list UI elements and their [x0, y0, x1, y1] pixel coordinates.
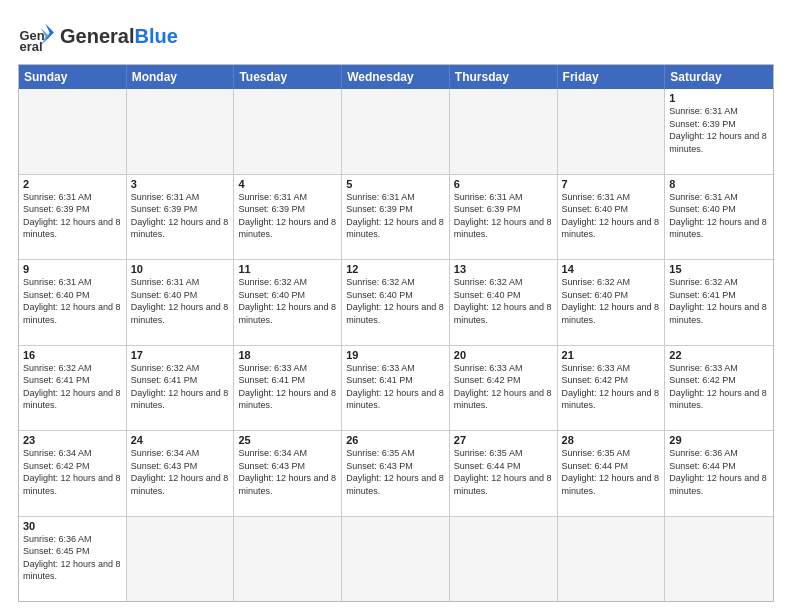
day-number: 17: [131, 349, 230, 361]
calendar-cell-11: 11Sunrise: 6:32 AMSunset: 6:40 PMDayligh…: [234, 260, 342, 345]
calendar-cell-4: 4Sunrise: 6:31 AMSunset: 6:39 PMDaylight…: [234, 175, 342, 260]
calendar-cell-9: 9Sunrise: 6:31 AMSunset: 6:40 PMDaylight…: [19, 260, 127, 345]
sun-info: Sunrise: 6:33 AMSunset: 6:41 PMDaylight:…: [346, 362, 445, 412]
day-number: 15: [669, 263, 769, 275]
sun-info: Sunrise: 6:32 AMSunset: 6:41 PMDaylight:…: [23, 362, 122, 412]
calendar-cell-29: 29Sunrise: 6:36 AMSunset: 6:44 PMDayligh…: [665, 431, 773, 516]
calendar-cell-28: 28Sunrise: 6:35 AMSunset: 6:44 PMDayligh…: [558, 431, 666, 516]
day-number: 14: [562, 263, 661, 275]
calendar-row-3: 16Sunrise: 6:32 AMSunset: 6:41 PMDayligh…: [19, 345, 773, 431]
day-number: 4: [238, 178, 337, 190]
day-number: 12: [346, 263, 445, 275]
calendar-cell-3: 3Sunrise: 6:31 AMSunset: 6:39 PMDaylight…: [127, 175, 235, 260]
day-number: 1: [669, 92, 769, 104]
day-number: 6: [454, 178, 553, 190]
day-number: 18: [238, 349, 337, 361]
calendar-cell-empty-0-0: [19, 89, 127, 174]
calendar-header-row: SundayMondayTuesdayWednesdayThursdayFrid…: [19, 65, 773, 89]
calendar-cell-6: 6Sunrise: 6:31 AMSunset: 6:39 PMDaylight…: [450, 175, 558, 260]
day-number: 13: [454, 263, 553, 275]
day-number: 16: [23, 349, 122, 361]
calendar-cell-empty-5-4: [450, 517, 558, 602]
calendar-cell-16: 16Sunrise: 6:32 AMSunset: 6:41 PMDayligh…: [19, 346, 127, 431]
calendar-cell-empty-5-1: [127, 517, 235, 602]
day-number: 24: [131, 434, 230, 446]
sun-info: Sunrise: 6:31 AMSunset: 6:40 PMDaylight:…: [562, 191, 661, 241]
day-number: 2: [23, 178, 122, 190]
day-number: 3: [131, 178, 230, 190]
header-cell-monday: Monday: [127, 65, 235, 89]
calendar-cell-22: 22Sunrise: 6:33 AMSunset: 6:42 PMDayligh…: [665, 346, 773, 431]
calendar-cell-empty-5-5: [558, 517, 666, 602]
calendar-row-0: 1Sunrise: 6:31 AMSunset: 6:39 PMDaylight…: [19, 89, 773, 174]
calendar-cell-17: 17Sunrise: 6:32 AMSunset: 6:41 PMDayligh…: [127, 346, 235, 431]
day-number: 9: [23, 263, 122, 275]
sun-info: Sunrise: 6:31 AMSunset: 6:40 PMDaylight:…: [23, 276, 122, 326]
calendar-cell-10: 10Sunrise: 6:31 AMSunset: 6:40 PMDayligh…: [127, 260, 235, 345]
calendar-cell-15: 15Sunrise: 6:32 AMSunset: 6:41 PMDayligh…: [665, 260, 773, 345]
sun-info: Sunrise: 6:36 AMSunset: 6:45 PMDaylight:…: [23, 533, 122, 583]
calendar-cell-19: 19Sunrise: 6:33 AMSunset: 6:41 PMDayligh…: [342, 346, 450, 431]
sun-info: Sunrise: 6:34 AMSunset: 6:43 PMDaylight:…: [238, 447, 337, 497]
sun-info: Sunrise: 6:31 AMSunset: 6:39 PMDaylight:…: [238, 191, 337, 241]
calendar-cell-18: 18Sunrise: 6:33 AMSunset: 6:41 PMDayligh…: [234, 346, 342, 431]
sun-info: Sunrise: 6:35 AMSunset: 6:44 PMDaylight:…: [562, 447, 661, 497]
sun-info: Sunrise: 6:31 AMSunset: 6:40 PMDaylight:…: [669, 191, 769, 241]
calendar-body: 1Sunrise: 6:31 AMSunset: 6:39 PMDaylight…: [19, 89, 773, 601]
sun-info: Sunrise: 6:36 AMSunset: 6:44 PMDaylight:…: [669, 447, 769, 497]
sun-info: Sunrise: 6:32 AMSunset: 6:40 PMDaylight:…: [562, 276, 661, 326]
sun-info: Sunrise: 6:31 AMSunset: 6:39 PMDaylight:…: [131, 191, 230, 241]
calendar-cell-24: 24Sunrise: 6:34 AMSunset: 6:43 PMDayligh…: [127, 431, 235, 516]
calendar-row-4: 23Sunrise: 6:34 AMSunset: 6:42 PMDayligh…: [19, 430, 773, 516]
calendar-cell-14: 14Sunrise: 6:32 AMSunset: 6:40 PMDayligh…: [558, 260, 666, 345]
header-cell-friday: Friday: [558, 65, 666, 89]
calendar-cell-empty-0-5: [558, 89, 666, 174]
calendar-cell-empty-5-2: [234, 517, 342, 602]
day-number: 22: [669, 349, 769, 361]
sun-info: Sunrise: 6:33 AMSunset: 6:41 PMDaylight:…: [238, 362, 337, 412]
sun-info: Sunrise: 6:32 AMSunset: 6:40 PMDaylight:…: [238, 276, 337, 326]
calendar-cell-25: 25Sunrise: 6:34 AMSunset: 6:43 PMDayligh…: [234, 431, 342, 516]
day-number: 25: [238, 434, 337, 446]
sun-info: Sunrise: 6:33 AMSunset: 6:42 PMDaylight:…: [669, 362, 769, 412]
calendar-cell-20: 20Sunrise: 6:33 AMSunset: 6:42 PMDayligh…: [450, 346, 558, 431]
sun-info: Sunrise: 6:33 AMSunset: 6:42 PMDaylight:…: [454, 362, 553, 412]
sun-info: Sunrise: 6:31 AMSunset: 6:39 PMDaylight:…: [669, 105, 769, 155]
day-number: 19: [346, 349, 445, 361]
day-number: 28: [562, 434, 661, 446]
day-number: 20: [454, 349, 553, 361]
svg-text:eral: eral: [19, 39, 42, 54]
header-cell-sunday: Sunday: [19, 65, 127, 89]
calendar-cell-empty-0-4: [450, 89, 558, 174]
sun-info: Sunrise: 6:34 AMSunset: 6:43 PMDaylight:…: [131, 447, 230, 497]
day-number: 30: [23, 520, 122, 532]
logo-general: General: [60, 25, 134, 47]
calendar-cell-7: 7Sunrise: 6:31 AMSunset: 6:40 PMDaylight…: [558, 175, 666, 260]
calendar: SundayMondayTuesdayWednesdayThursdayFrid…: [18, 64, 774, 602]
day-number: 27: [454, 434, 553, 446]
calendar-cell-empty-5-3: [342, 517, 450, 602]
calendar-cell-8: 8Sunrise: 6:31 AMSunset: 6:40 PMDaylight…: [665, 175, 773, 260]
logo-blue: Blue: [134, 25, 177, 47]
calendar-cell-1: 1Sunrise: 6:31 AMSunset: 6:39 PMDaylight…: [665, 89, 773, 174]
header-cell-tuesday: Tuesday: [234, 65, 342, 89]
day-number: 23: [23, 434, 122, 446]
sun-info: Sunrise: 6:34 AMSunset: 6:42 PMDaylight:…: [23, 447, 122, 497]
logo-icon: Gen eral: [18, 18, 54, 54]
sun-info: Sunrise: 6:31 AMSunset: 6:39 PMDaylight:…: [454, 191, 553, 241]
day-number: 7: [562, 178, 661, 190]
sun-info: Sunrise: 6:32 AMSunset: 6:40 PMDaylight:…: [346, 276, 445, 326]
day-number: 5: [346, 178, 445, 190]
calendar-cell-empty-0-1: [127, 89, 235, 174]
sun-info: Sunrise: 6:31 AMSunset: 6:39 PMDaylight:…: [346, 191, 445, 241]
calendar-cell-5: 5Sunrise: 6:31 AMSunset: 6:39 PMDaylight…: [342, 175, 450, 260]
calendar-cell-empty-5-6: [665, 517, 773, 602]
sun-info: Sunrise: 6:32 AMSunset: 6:41 PMDaylight:…: [669, 276, 769, 326]
sun-info: Sunrise: 6:31 AMSunset: 6:40 PMDaylight:…: [131, 276, 230, 326]
calendar-cell-21: 21Sunrise: 6:33 AMSunset: 6:42 PMDayligh…: [558, 346, 666, 431]
day-number: 10: [131, 263, 230, 275]
logo: Gen eral GeneralBlue: [18, 18, 178, 54]
calendar-cell-26: 26Sunrise: 6:35 AMSunset: 6:43 PMDayligh…: [342, 431, 450, 516]
calendar-cell-empty-0-3: [342, 89, 450, 174]
sun-info: Sunrise: 6:32 AMSunset: 6:41 PMDaylight:…: [131, 362, 230, 412]
